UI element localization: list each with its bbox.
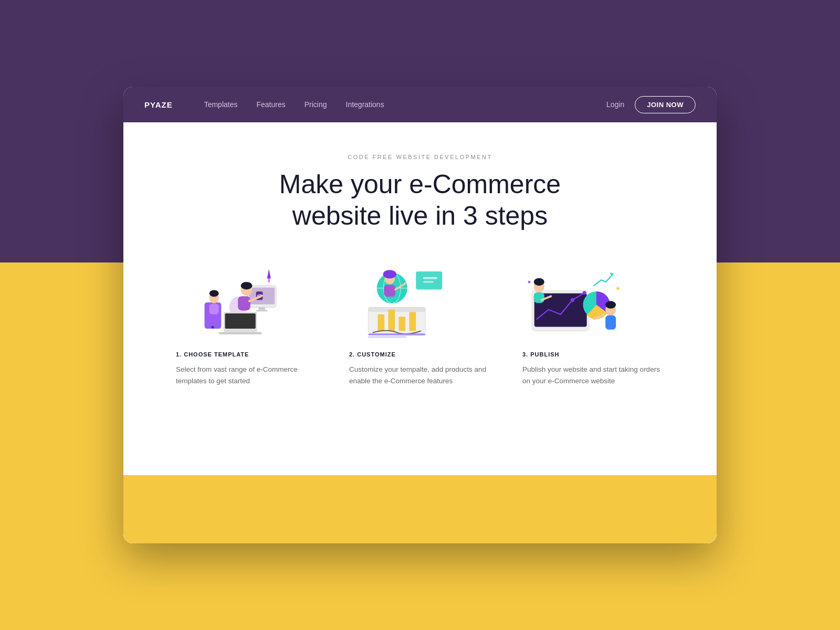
hero-title: Make your e-Commerce website live in 3 s… [279, 169, 561, 232]
svg-rect-21 [268, 278, 270, 282]
svg-point-35 [383, 270, 396, 278]
step-3-illustration: ★ ★ [522, 258, 664, 342]
svg-rect-26 [399, 317, 406, 331]
step-1: <> [176, 258, 318, 386]
step-3: ★ ★ 3. PUBLISH Publish your website and … [522, 258, 664, 386]
svg-point-16 [211, 326, 214, 328]
svg-rect-4 [258, 307, 265, 310]
svg-point-8 [241, 281, 253, 289]
svg-point-47 [534, 278, 544, 286]
logo: PYAZE [144, 100, 173, 109]
step-1-illustration: <> [176, 258, 318, 342]
svg-rect-39 [368, 336, 406, 338]
svg-rect-27 [410, 312, 416, 331]
bottom-strip [123, 475, 717, 543]
svg-rect-28 [416, 271, 442, 289]
svg-rect-9 [238, 296, 250, 310]
hero-title-line2: website live in 3 steps [292, 201, 548, 230]
svg-rect-24 [378, 314, 385, 331]
steps-section: <> [165, 258, 675, 386]
step-2-desc: Customize your tempalte, add products an… [349, 364, 491, 386]
nav-templates[interactable]: Templates [204, 100, 238, 109]
svg-text:★: ★ [527, 279, 531, 284]
step-3-label: 3. PUBLISH [522, 351, 664, 358]
browser-window: PYAZE Templates Features Pricing Integra… [123, 87, 717, 543]
svg-rect-25 [388, 309, 395, 331]
nav-pricing[interactable]: Pricing [304, 100, 327, 109]
step-1-label: 1. CHOOSE TEMPLATE [176, 351, 318, 358]
svg-point-43 [583, 291, 586, 295]
login-link[interactable]: Login [606, 100, 624, 109]
nav-integrations[interactable]: Integrations [346, 100, 384, 109]
navbar: PYAZE Templates Features Pricing Integra… [123, 87, 717, 122]
svg-text:★: ★ [615, 285, 621, 291]
hero-subtitle: CODE FREE WEBSITE DEVELOPMENT [279, 154, 561, 160]
hero-title-line1: Make your e-Commerce [279, 170, 561, 199]
main-content: CODE FREE WEBSITE DEVELOPMENT Make your … [123, 122, 717, 543]
step-2-label: 2. CUSTOMIZE [349, 351, 491, 358]
svg-marker-45 [610, 272, 613, 276]
svg-point-50 [605, 301, 616, 309]
hero-section: CODE FREE WEBSITE DEVELOPMENT Make your … [279, 154, 561, 232]
svg-rect-48 [534, 292, 544, 302]
step-2-illustration [349, 258, 491, 342]
svg-rect-12 [225, 313, 256, 328]
svg-marker-20 [267, 269, 271, 278]
svg-rect-23 [368, 307, 425, 312]
nav-features[interactable]: Features [256, 100, 285, 109]
svg-point-42 [571, 298, 574, 301]
svg-rect-29 [423, 277, 437, 279]
svg-rect-5 [256, 310, 268, 311]
svg-rect-30 [423, 281, 434, 283]
svg-rect-13 [219, 332, 262, 334]
svg-rect-19 [209, 303, 219, 314]
step-2: 2. CUSTOMIZE Customize your tempalte, ad… [349, 258, 491, 386]
nav-links: Templates Features Pricing Integrations [204, 100, 606, 109]
step-1-desc: Select from vast range of e-Commerce tem… [176, 364, 318, 386]
join-now-button[interactable]: JOIN NOW [635, 96, 696, 113]
svg-rect-38 [368, 333, 425, 335]
nav-actions: Login JOIN NOW [606, 96, 696, 113]
svg-rect-36 [384, 285, 395, 297]
svg-rect-51 [605, 315, 616, 329]
svg-point-18 [209, 290, 219, 297]
step-3-desc: Publish your website and start taking or… [522, 364, 664, 386]
